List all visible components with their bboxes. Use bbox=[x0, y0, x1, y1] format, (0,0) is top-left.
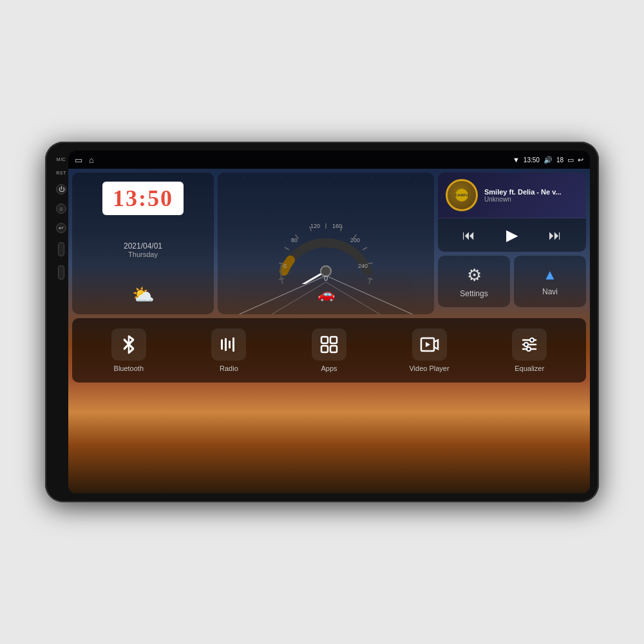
svg-rect-31 bbox=[225, 338, 227, 351]
rst-label: RST bbox=[56, 171, 66, 175]
album-art: CARFU bbox=[446, 179, 478, 211]
back-side-button[interactable]: ↩ bbox=[56, 223, 66, 233]
settings-label: Settings bbox=[460, 289, 488, 298]
weather-icon: ⛅ bbox=[132, 284, 155, 305]
svg-line-9 bbox=[363, 247, 367, 250]
clock-display: 13:50 bbox=[102, 182, 184, 215]
next-button[interactable]: ⏭ bbox=[549, 229, 562, 242]
svg-text:200: 200 bbox=[350, 237, 360, 243]
video-player-item[interactable]: Video Player bbox=[379, 328, 480, 372]
svg-rect-34 bbox=[321, 337, 328, 343]
svg-point-45 bbox=[527, 347, 531, 351]
equalizer-item[interactable]: Equalizer bbox=[479, 328, 580, 372]
play-button[interactable]: ▶ bbox=[506, 227, 518, 243]
mic-label: MIC bbox=[57, 157, 66, 162]
svg-text:160: 160 bbox=[332, 223, 342, 229]
car-head-unit: MIC RST ⏻ ⌂ ↩ ▭ ⌂ ▼ 13:50 🔊 18 ▭ ↩ bbox=[45, 142, 599, 502]
svg-rect-32 bbox=[229, 341, 231, 348]
svg-text:km/h: km/h bbox=[320, 283, 331, 284]
back-icon[interactable]: ↩ bbox=[578, 156, 583, 164]
music-title: Smiley ft. Delia - Ne v... bbox=[484, 188, 578, 196]
music-artist: Unknown bbox=[484, 196, 578, 203]
music-panel: CARFU Smiley ft. Delia - Ne v... Unknown… bbox=[438, 173, 586, 252]
svg-text:0: 0 bbox=[324, 274, 328, 282]
navi-icon: ▲ bbox=[543, 267, 557, 283]
equalizer-icon-wrap bbox=[512, 328, 547, 361]
navi-card[interactable]: ▲ Navi bbox=[514, 256, 586, 307]
power-button[interactable]: ⏻ bbox=[56, 184, 66, 194]
svg-text:0: 0 bbox=[283, 263, 287, 269]
svg-marker-39 bbox=[426, 342, 430, 347]
album-label: CARFU bbox=[455, 189, 468, 202]
home-icon[interactable]: ⌂ bbox=[89, 155, 94, 165]
status-left: ▭ ⌂ bbox=[75, 155, 94, 165]
recent-apps-icon[interactable]: ▭ bbox=[75, 155, 82, 165]
svg-rect-33 bbox=[232, 337, 234, 352]
svg-rect-37 bbox=[330, 346, 337, 352]
radio-label: Radio bbox=[220, 365, 238, 372]
svg-text:120: 120 bbox=[310, 223, 320, 229]
day-text: Thursday bbox=[124, 251, 162, 258]
apps-label: Apps bbox=[321, 365, 337, 372]
volume-icon: 🔊 bbox=[544, 156, 553, 164]
wifi-icon: ▼ bbox=[513, 156, 520, 164]
speedometer-gauge: 0 80 120 160 200 240 0 km/h bbox=[274, 200, 377, 287]
svg-rect-35 bbox=[330, 337, 337, 343]
bluetooth-icon bbox=[120, 335, 137, 354]
radio-item[interactable]: Radio bbox=[179, 328, 279, 372]
bottom-bar: Bluetooth Radio bbox=[72, 318, 586, 383]
svg-point-41 bbox=[524, 343, 528, 346]
radio-icon bbox=[220, 337, 238, 352]
status-right: ▼ 13:50 🔊 18 ▭ ↩ bbox=[513, 156, 583, 164]
status-bar: ▭ ⌂ ▼ 13:50 🔊 18 ▭ ↩ bbox=[68, 151, 590, 169]
main-screen: ▭ ⌂ ▼ 13:50 🔊 18 ▭ ↩ 13:50 bbox=[68, 151, 590, 493]
music-controls: ⏮ ▶ ⏭ bbox=[438, 218, 586, 252]
speedometer-panel: 0 80 120 160 200 240 0 km/h bbox=[218, 173, 434, 314]
vol-down-button[interactable] bbox=[58, 265, 64, 279]
vol-up-button[interactable] bbox=[58, 242, 64, 256]
video-icon bbox=[420, 337, 439, 352]
prev-button[interactable]: ⏮ bbox=[462, 229, 475, 242]
svg-rect-30 bbox=[221, 339, 223, 350]
svg-text:240: 240 bbox=[358, 263, 368, 269]
bluetooth-icon-wrap bbox=[111, 328, 146, 361]
svg-point-43 bbox=[530, 338, 534, 342]
navi-label: Navi bbox=[542, 287, 558, 296]
bluetooth-item[interactable]: Bluetooth bbox=[79, 328, 179, 372]
date-info: 2021/04/01 Thursday bbox=[124, 242, 162, 258]
radio-icon-wrap bbox=[211, 328, 246, 361]
apps-icon bbox=[320, 336, 338, 354]
main-content: 13:50 2021/04/01 Thursday ⛅ bbox=[68, 169, 590, 493]
video-label: Video Player bbox=[409, 365, 449, 372]
side-button-panel: MIC RST ⏻ ⌂ ↩ bbox=[54, 151, 68, 493]
music-header: CARFU Smiley ft. Delia - Ne v... Unknown bbox=[438, 173, 586, 218]
equalizer-icon bbox=[520, 336, 538, 354]
date-text: 2021/04/01 bbox=[124, 242, 162, 251]
svg-rect-36 bbox=[321, 346, 328, 352]
apps-item[interactable]: Apps bbox=[279, 328, 379, 372]
equalizer-label: Equalizer bbox=[515, 365, 544, 372]
top-row: 13:50 2021/04/01 Thursday ⛅ bbox=[72, 173, 586, 314]
settings-card[interactable]: ⚙ Settings bbox=[438, 256, 510, 307]
car-icon: 🚗 bbox=[317, 286, 335, 303]
battery-icon: ▭ bbox=[567, 156, 574, 164]
clock-hours: 13 bbox=[113, 185, 138, 211]
settings-navi-row: ⚙ Settings ▲ Navi bbox=[438, 256, 586, 307]
bluetooth-label: Bluetooth bbox=[114, 365, 144, 372]
time-display: 13:50 bbox=[524, 156, 540, 164]
volume-level: 18 bbox=[556, 156, 564, 164]
video-icon-wrap bbox=[412, 328, 447, 361]
svg-text:80: 80 bbox=[291, 237, 298, 243]
svg-line-3 bbox=[285, 247, 289, 250]
clock-panel: 13:50 2021/04/01 Thursday ⛅ bbox=[72, 173, 214, 314]
apps-icon-wrap bbox=[312, 328, 346, 361]
home-side-button[interactable]: ⌂ bbox=[56, 204, 66, 214]
settings-icon: ⚙ bbox=[467, 265, 482, 285]
music-info: Smiley ft. Delia - Ne v... Unknown bbox=[484, 188, 578, 203]
clock-minutes: 50 bbox=[147, 185, 173, 211]
